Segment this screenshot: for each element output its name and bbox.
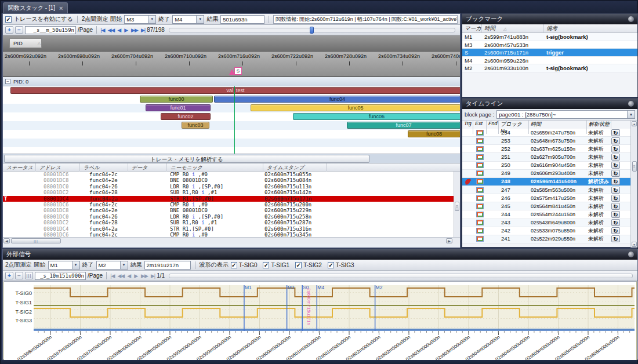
channel-toggle-t-sig1[interactable]: ✓T-SIG1: [263, 262, 289, 268]
channel-toggle-t-sig3[interactable]: ✓T-SIG3: [328, 262, 354, 268]
pid-sort-button[interactable]: PID △: [9, 38, 42, 48]
timeline-row[interactable]: 24802s596m141u500n解析済み↻: [462, 178, 632, 186]
first-page-button[interactable]: |◀: [110, 273, 114, 279]
prev-page-button[interactable]: ◀: [127, 273, 131, 279]
refresh-icon[interactable]: ↻: [611, 137, 620, 144]
timeline-row[interactable]: 24202s533m075u850n未解析↻: [462, 227, 632, 235]
trace-row[interactable]: 08001DC2func04+28SUB R1,R0 i ,#102s600m7…: [3, 220, 460, 225]
gantt-bar-func03[interactable]: func03: [182, 122, 209, 129]
refresh-icon[interactable]: ↻: [611, 203, 620, 210]
result-field[interactable]: 501u693n: [220, 15, 264, 24]
checkbox-icon[interactable]: ✓: [263, 262, 269, 268]
end-marker-select[interactable]: M2 ▼: [96, 261, 128, 270]
external-view-icon[interactable]: [476, 187, 484, 193]
result-field[interactable]: 2m191u217n: [144, 261, 191, 270]
refresh-icon[interactable]: ↻: [611, 145, 620, 152]
checkbox-icon[interactable]: ✓: [328, 262, 334, 268]
pin-icon[interactable]: [628, 252, 634, 257]
gantt-bar-func04[interactable]: func04: [214, 96, 460, 103]
prev-page-button[interactable]: ◀: [117, 27, 121, 33]
block-page-select[interactable]: page001 : [288u750n]~ ▼: [496, 110, 635, 119]
trace-col-header[interactable]: アドレス: [36, 163, 80, 172]
tab-close-icon[interactable]: ×: [59, 5, 63, 12]
zoom-out-button[interactable]: −: [15, 26, 23, 34]
col-trg[interactable]: Trg: [462, 121, 473, 134]
col-time[interactable]: 時間△: [482, 24, 544, 32]
refresh-icon[interactable]: ↻: [611, 187, 620, 194]
gantt-bar-func02[interactable]: func02: [161, 113, 211, 120]
chevron-down-icon[interactable]: ▼: [148, 16, 155, 23]
refresh-icon[interactable]: ↻: [611, 178, 620, 185]
scroll-left-button[interactable]: ◀: [3, 238, 10, 243]
timeline-row[interactable]: 24702s585m563u500n未解析↻: [462, 186, 632, 194]
refresh-icon[interactable]: ↻: [611, 195, 620, 202]
scroll-down-button[interactable]: ▼: [632, 242, 637, 247]
external-view-icon[interactable]: [476, 203, 484, 209]
external-view-icon[interactable]: [476, 154, 484, 160]
page-scrollbar[interactable]: [169, 274, 633, 278]
col-fnd[interactable]: Fnd: [487, 121, 499, 134]
timeline-row[interactable]: 24602s575m417u250n未解析↻: [462, 194, 632, 202]
first-page-button[interactable]: |◀: [100, 27, 104, 33]
trace-row[interactable]: 08001DC2func04+28SUB R1,R0 i ,#102s600m7…: [3, 190, 460, 195]
bookmarks-header[interactable]: ブックマーク: [462, 14, 637, 24]
chevron-down-icon[interactable]: ▼: [72, 261, 79, 269]
external-view-icon[interactable]: [476, 220, 484, 225]
trace-col-header[interactable]: タイムスタンプ: [263, 163, 327, 172]
channel-toggle-t-sig2[interactable]: ✓T-SIG2: [295, 262, 322, 268]
checkbox-icon[interactable]: ✓: [231, 262, 237, 268]
col-marker[interactable]: マーカ: [462, 24, 482, 32]
page-range-input[interactable]: _s_10m151u900n: [35, 272, 86, 280]
refresh-icon[interactable]: ↻: [611, 227, 620, 234]
timeline-row[interactable]: 25102s627m905u700n未解析↻: [462, 153, 632, 161]
time-ruler[interactable]: 2s600m692u092n2s600m698u092n2s600m704u09…: [3, 52, 460, 77]
trace-col-header[interactable]: ラベル: [80, 163, 128, 172]
timeline-row[interactable]: 24902s606m293u400n未解析↻: [462, 170, 632, 178]
trace-col-header[interactable]: ステータス: [3, 163, 36, 172]
waveform-view[interactable]: 02s596m500u000n02s597m000u000n02s597m500…: [3, 281, 637, 361]
external-view-icon[interactable]: [476, 162, 484, 168]
external-view-icon[interactable]: [476, 195, 484, 201]
fast-prev-button[interactable]: ◀◀: [117, 273, 124, 279]
external-view-icon[interactable]: [476, 170, 484, 176]
start-marker-select[interactable]: M1 ▼: [48, 261, 80, 270]
timeline-row[interactable]: 25202s637m625u150n未解析↻: [462, 145, 632, 153]
gantt-bar-func07[interactable]: func07: [347, 122, 460, 129]
external-view-icon[interactable]: [476, 212, 484, 217]
trace-row[interactable]: 08001DC8func04+2eBNE 08001DC002s600m715u…: [3, 177, 460, 183]
gantt-bar-func01[interactable]: func01: [146, 104, 211, 111]
gantt-bar-func06[interactable]: func06: [293, 113, 460, 120]
scroll-right-button[interactable]: ▶: [446, 238, 452, 243]
refresh-icon[interactable]: ↻: [611, 211, 620, 218]
refresh-icon[interactable]: ↻: [611, 154, 620, 161]
timeline-row[interactable]: 24302s543m649u800n未解析↻: [462, 219, 632, 227]
timeline-row[interactable]: 25002s616m904u450n未解析↻: [462, 162, 632, 170]
trace-col-header[interactable]: ニーモニック: [167, 163, 263, 172]
last-page-button[interactable]: ▶|: [141, 27, 145, 33]
start-marker-select[interactable]: M3 ▼: [124, 15, 156, 24]
last-page-button[interactable]: ▶|: [151, 273, 155, 279]
timeline-row[interactable]: 24502s564m841u450n未解析↻: [462, 202, 632, 210]
page-range-input[interactable]: _s__m_50u159n: [25, 26, 76, 34]
page-scrollbar-thumb[interactable]: [310, 27, 314, 34]
bookmark-row[interactable]: S2s600m715u171ntrigger: [462, 49, 637, 57]
trace-row[interactable]: 08001DC0func04+26LDR R0 i ,[SP,#0]02s600…: [3, 214, 460, 220]
external-view-icon[interactable]: [476, 236, 484, 242]
gantt-bar-val_test[interactable]: val_test: [10, 87, 460, 94]
timeline-row[interactable]: 24402s554m244u150n未解析↻: [462, 210, 632, 219]
trace-row[interactable]: 08001DC6func04+2cCMP R0 i ,#002s600m715u…: [3, 172, 460, 177]
refresh-icon[interactable]: ↻: [611, 170, 620, 177]
trace-row[interactable]: 08001DC8func04+2eBNE 08001DC002s600m715u…: [3, 208, 460, 213]
chevron-down-icon[interactable]: ▼: [627, 111, 635, 118]
refresh-icon[interactable]: ↻: [611, 162, 620, 169]
chevron-down-icon[interactable]: ▼: [120, 261, 128, 269]
trace-row[interactable]: 08001DC4func04+2aSTR R1,[SP,#0]02s600m71…: [3, 226, 460, 232]
timeline-vscrollbar[interactable]: ▲ ≡ ▼: [630, 121, 637, 247]
zoom-in-button[interactable]: +: [5, 26, 13, 34]
external-view-icon[interactable]: [476, 130, 484, 136]
zoom-out-button[interactable]: −: [15, 272, 23, 279]
gantt-bar-func05[interactable]: func05: [251, 104, 460, 111]
pin-icon[interactable]: [628, 16, 634, 22]
trace-row[interactable]: 08001DC6func04+2cCMP R0 i ,#002s600m715u…: [3, 232, 460, 237]
refresh-icon[interactable]: ↻: [611, 235, 620, 242]
